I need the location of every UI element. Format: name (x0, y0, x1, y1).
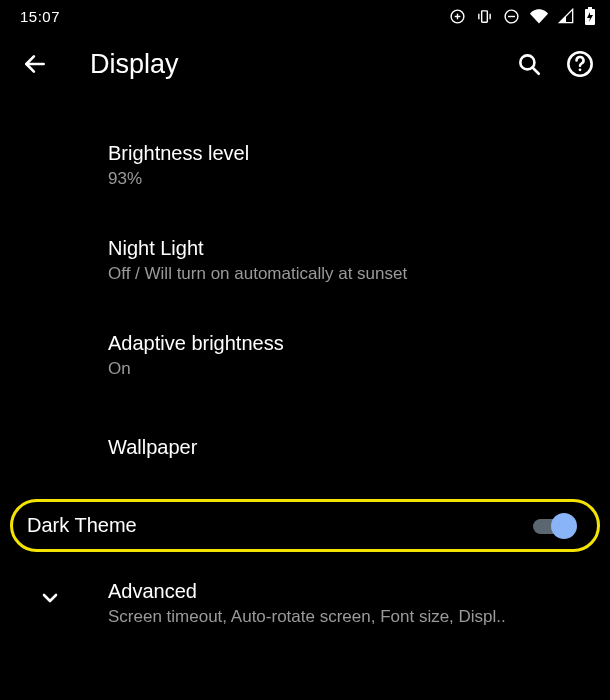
wifi-icon (530, 7, 548, 25)
row-subtitle: 93% (108, 169, 586, 189)
row-subtitle: Off / Will turn on automatically at suns… (108, 264, 586, 284)
svg-rect-3 (482, 10, 488, 21)
row-title: Wallpaper (108, 436, 586, 459)
row-title: Dark Theme (27, 514, 137, 537)
row-subtitle: On (108, 359, 586, 379)
svg-point-15 (579, 68, 582, 71)
brightness-level-row[interactable]: Brightness level 93% (0, 126, 610, 205)
toggle-thumb (551, 513, 577, 539)
battery-charging-icon (584, 7, 596, 25)
row-subtitle: Screen timeout, Auto-rotate screen, Font… (108, 607, 586, 627)
row-title: Night Light (108, 237, 586, 260)
row-title: Adaptive brightness (108, 332, 586, 355)
settings-list: Brightness level 93% Night Light Off / W… (0, 96, 610, 627)
help-button[interactable] (566, 50, 594, 78)
signal-icon (558, 8, 574, 24)
advanced-row[interactable]: Advanced Screen timeout, Auto-rotate scr… (0, 552, 610, 627)
status-time: 15:07 (20, 8, 60, 25)
back-button[interactable] (22, 51, 48, 77)
app-bar: Display (0, 32, 610, 96)
svg-rect-9 (588, 7, 592, 9)
search-button[interactable] (516, 51, 542, 77)
status-bar: 15:07 (0, 0, 610, 32)
svg-line-13 (532, 67, 538, 73)
wallpaper-row[interactable]: Wallpaper (0, 411, 610, 483)
night-light-row[interactable]: Night Light Off / Will turn on automatic… (0, 221, 610, 300)
row-title: Advanced (108, 580, 586, 603)
chevron-down-icon (38, 586, 62, 614)
status-icons (449, 7, 596, 25)
adaptive-brightness-row[interactable]: Adaptive brightness On (0, 316, 610, 395)
dark-theme-row[interactable]: Dark Theme (10, 499, 600, 552)
row-title: Brightness level (108, 142, 586, 165)
dark-theme-toggle[interactable] (533, 514, 575, 538)
vibrate-icon (476, 8, 493, 25)
add-circle-icon (449, 8, 466, 25)
dnd-icon (503, 8, 520, 25)
page-title: Display (76, 49, 488, 80)
